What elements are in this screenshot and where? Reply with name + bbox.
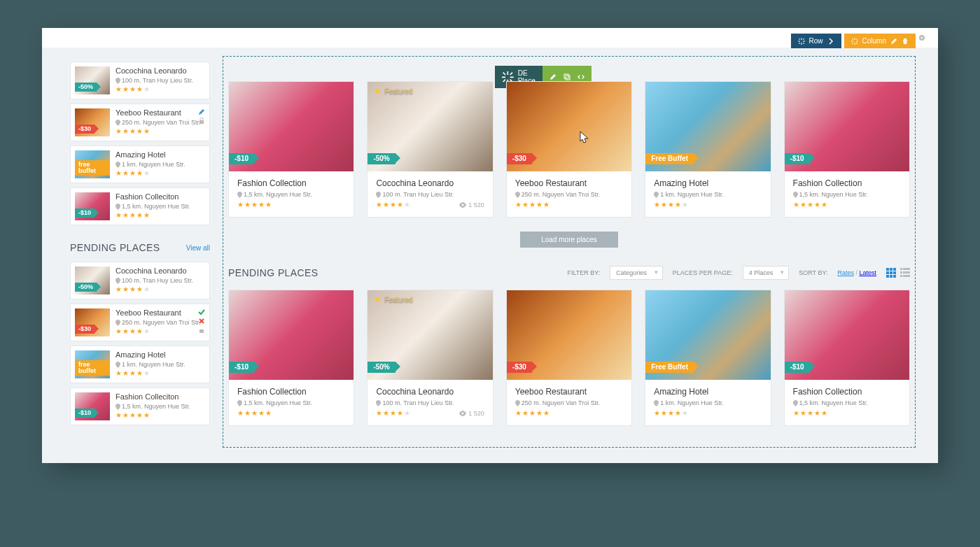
svg-rect-10 bbox=[893, 268, 896, 271]
check-icon[interactable] bbox=[198, 308, 205, 315]
list-view-icon[interactable] bbox=[900, 268, 910, 278]
place-title: Cocochina Leonardo bbox=[115, 66, 205, 75]
place-address: 1,5 km. Nguyen Hue Str. bbox=[793, 191, 901, 198]
places-grid-pending: -$10Fashion Collection1,5 km. Nguyen Hue… bbox=[228, 290, 910, 426]
list-item[interactable]: -50%Cocochina Leonardo100 m. Tran Huy Li… bbox=[70, 62, 210, 99]
place-address: 1,5 km. Nguyen Hue Str. bbox=[115, 403, 205, 410]
star-rating: ★★★★★ bbox=[115, 212, 205, 219]
place-address: 100 m. Tran Huy Lieu Str. bbox=[376, 191, 484, 198]
delete-icon[interactable] bbox=[902, 38, 909, 45]
edit-icon[interactable] bbox=[890, 38, 897, 45]
star-rating: ★★★★★ bbox=[115, 128, 205, 135]
place-thumbnail: -50% bbox=[75, 66, 110, 94]
place-card[interactable]: Featured-50%Cocochina Leonardo100 m. Tra… bbox=[367, 81, 493, 218]
list-item[interactable]: -$10Fashion Colleciton1,5 km. Nguyen Hue… bbox=[70, 187, 210, 225]
svg-rect-12 bbox=[890, 271, 892, 274]
svg-rect-6 bbox=[566, 76, 570, 80]
place-address: 1 km. Nguyen Hue Str. bbox=[654, 399, 762, 406]
star-rating: ★★★★★ bbox=[515, 410, 550, 417]
edit-icon[interactable] bbox=[198, 108, 205, 115]
svg-rect-5 bbox=[564, 74, 568, 78]
place-title: Fashion Collection bbox=[237, 387, 345, 397]
place-card[interactable]: Free BuffetAmazing Hotel1 km. Nguyen Hue… bbox=[645, 290, 771, 426]
star-rating: ★★★★★ bbox=[654, 410, 688, 417]
place-card[interactable]: -$30Yeeboo Restaurant250 m. Nguyen Van T… bbox=[506, 290, 632, 426]
discount-badge: -$10 bbox=[229, 153, 254, 164]
copy-icon[interactable] bbox=[564, 73, 570, 80]
window-close-icon[interactable] bbox=[918, 34, 925, 41]
place-address: 1,5 km. Nguyen Hue Str. bbox=[793, 399, 901, 406]
list-item[interactable]: -50%Cocochina Leonardo100 m. Tran Huy Li… bbox=[70, 262, 210, 299]
place-card[interactable]: -$10Fashion Collection1,5 km. Nguyen Hue… bbox=[784, 290, 910, 426]
place-card[interactable]: -$10Fashion Collection1,5 km. Nguyen Hue… bbox=[784, 81, 910, 218]
place-thumbnail: -$10 bbox=[75, 392, 110, 420]
edit-icon[interactable] bbox=[550, 73, 556, 80]
list-item[interactable]: -$10Fashion Colleciton1,5 km. Nguyen Hue… bbox=[70, 388, 210, 425]
filter-by-label: FILTER BY: bbox=[567, 269, 600, 276]
load-more-button[interactable]: Load more places bbox=[520, 232, 618, 248]
place-card[interactable]: -$10Fashion Collection1,5 km. Nguyen Hue… bbox=[228, 81, 354, 218]
categories-select[interactable]: Categories bbox=[610, 266, 663, 280]
sidebar: -50%Cocochina Leonardo100 m. Tran Huy Li… bbox=[70, 62, 210, 442]
place-image: Free Buffet bbox=[645, 290, 770, 380]
svg-rect-21 bbox=[900, 275, 902, 277]
filter-controls: FILTER BY: Categories PLACES PER PAGE: 4… bbox=[567, 266, 910, 280]
place-address: 1 km. Nguyen Hue Str. bbox=[115, 361, 205, 368]
lock-icon[interactable] bbox=[198, 118, 205, 125]
place-title: Fashion Collection bbox=[237, 178, 345, 188]
svg-rect-16 bbox=[893, 275, 896, 278]
list-item[interactable]: free buffetAmazing Hotel1 km. Nguyen Hue… bbox=[70, 346, 210, 383]
list-item[interactable]: free buffetAmazing Hotel1 km. Nguyen Hue… bbox=[70, 145, 210, 183]
place-address: 250 m. Nguyen Van Troi Str. bbox=[115, 119, 205, 126]
view-count: 1 520 bbox=[459, 410, 484, 417]
svg-rect-19 bbox=[900, 271, 902, 274]
place-image: Free Buffet bbox=[645, 82, 770, 171]
reject-icon[interactable] bbox=[198, 318, 205, 325]
place-address: 250 m. Nguyen Van Troi Str. bbox=[115, 319, 205, 326]
place-address: 100 m. Tran Huy Lieu Str. bbox=[376, 399, 484, 406]
discount-badge: -50% bbox=[75, 83, 97, 92]
place-title: Fashion Collection bbox=[793, 178, 901, 188]
lock-icon[interactable] bbox=[198, 327, 205, 334]
code-icon[interactable] bbox=[578, 73, 584, 80]
place-thumbnail: -$30 bbox=[75, 308, 110, 336]
view-all-link[interactable]: View all bbox=[186, 244, 210, 252]
place-card[interactable]: Featured-50%Cocochina Leonardo100 m. Tra… bbox=[367, 290, 493, 426]
sort-by-label: SORT BY: bbox=[799, 269, 827, 276]
per-page-label: PLACES PER PAGE: bbox=[673, 269, 733, 276]
svg-rect-14 bbox=[886, 275, 889, 278]
place-card[interactable]: -$10Fashion Collection1,5 km. Nguyen Hue… bbox=[228, 290, 354, 426]
place-address: 1 km. Nguyen Hue Str. bbox=[115, 161, 205, 168]
place-address: 1,5 km. Nguyen Hue Str. bbox=[237, 191, 345, 198]
svg-rect-17 bbox=[900, 268, 902, 270]
per-page-select[interactable]: 4 Places bbox=[743, 266, 790, 280]
place-image: Featured-50% bbox=[368, 290, 492, 380]
grid-view-icon[interactable] bbox=[886, 268, 896, 278]
app-window: -50%Cocochina Leonardo100 m. Tran Huy Li… bbox=[42, 28, 938, 463]
place-card[interactable]: -$30Yeeboo Restaurant250 m. Nguyen Van T… bbox=[506, 81, 632, 218]
star-rating: ★★★★★ bbox=[115, 328, 205, 335]
discount-badge: -50% bbox=[368, 153, 395, 164]
svg-rect-20 bbox=[903, 271, 910, 274]
place-thumbnail: free buffet bbox=[75, 150, 110, 178]
sort-rates-link[interactable]: Rates bbox=[837, 269, 854, 276]
svg-rect-15 bbox=[890, 275, 892, 278]
place-card[interactable]: Free BuffetAmazing Hotel1 km. Nguyen Hue… bbox=[645, 81, 771, 218]
svg-point-23 bbox=[462, 413, 464, 415]
place-thumbnail: free buffet bbox=[75, 350, 110, 378]
svg-rect-4 bbox=[200, 329, 204, 333]
list-item[interactable]: -$30Yeeboo Restaurant250 m. Nguyen Van T… bbox=[70, 304, 210, 341]
column-button[interactable]: Column bbox=[844, 34, 916, 48]
place-title: Cocochina Leonardo bbox=[376, 387, 484, 397]
pending-places-header: PENDING PLACES View all bbox=[70, 242, 210, 253]
place-title: Yeeboo Restaurant bbox=[515, 387, 623, 397]
list-item[interactable]: -$30Yeeboo Restaurant250 m. Nguyen Van T… bbox=[70, 104, 210, 141]
svg-rect-9 bbox=[890, 268, 892, 271]
discount-badge: -50% bbox=[75, 283, 97, 292]
discount-badge: Free Buffet bbox=[645, 362, 694, 373]
sort-latest-link[interactable]: Latest bbox=[859, 269, 876, 276]
star-rating: ★★★★★ bbox=[376, 410, 410, 417]
svg-rect-8 bbox=[886, 268, 889, 271]
place-title: Yeeboo Restaurant bbox=[515, 178, 623, 188]
row-button[interactable]: Row bbox=[791, 34, 841, 48]
